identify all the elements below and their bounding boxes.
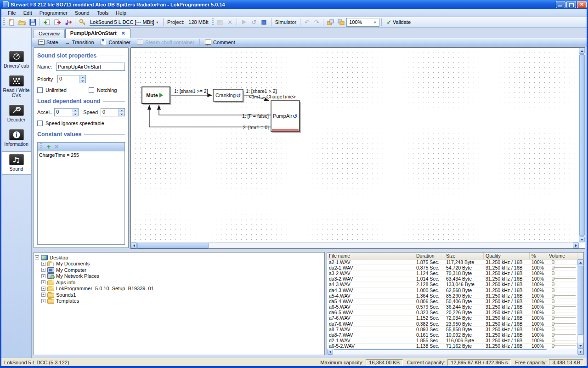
file-row[interactable]: a7-6.WAV1.152 Sec.72,034 Byte31.250 kHz … — [327, 316, 577, 321]
file-row[interactable]: da4-3.WAV1.000 Sec.62,568 Byte31.250 kHz… — [327, 288, 577, 293]
delete-constant-button[interactable]: ✕ — [54, 144, 59, 150]
minimize-button[interactable] — [556, 1, 565, 8]
slider-thumb[interactable] — [552, 322, 554, 326]
close-button[interactable]: ✕ — [577, 1, 587, 8]
slider-thumb[interactable] — [552, 277, 554, 281]
tree-item-my-computer[interactable]: +My Computer — [35, 267, 323, 273]
slider-thumb[interactable] — [552, 266, 554, 270]
expand-toggle[interactable]: + — [41, 287, 45, 291]
spin-up-icon[interactable] — [72, 109, 78, 112]
slider-thumb[interactable] — [552, 294, 554, 298]
scroll-down-arrow[interactable] — [579, 236, 585, 242]
diagram-grid[interactable]: 1: [share1 >= 2] 1: [share1 > 2] <tmr1 =… — [131, 48, 579, 242]
collapse-toggle[interactable]: − — [35, 255, 39, 259]
menu-sound[interactable]: Sound — [71, 10, 93, 16]
redo-button[interactable]: ↷ — [312, 19, 321, 26]
sidebar-item-decoder[interactable]: Decoder — [2, 103, 31, 125]
volume-slider[interactable] — [552, 260, 576, 264]
volume-slider[interactable] — [552, 339, 576, 342]
simulator-button[interactable]: Simulator — [273, 19, 298, 25]
tree-item-my-documents[interactable]: +My Documents — [35, 261, 323, 267]
expand-toggle[interactable]: + — [41, 262, 45, 266]
priority-stepper[interactable]: 0 — [57, 75, 86, 83]
file-row[interactable]: d2-1.WAV1.855 Sec.116,006 Byte31.250 kHz… — [327, 338, 577, 344]
speed-ignores-speedtable-checkbox[interactable] — [37, 121, 43, 126]
zoom-level-select[interactable]: 100% ▾ — [346, 18, 379, 27]
file-row[interactable]: a4-3.WAV2.128 Sec.133,046 Byte31.250 kHz… — [327, 282, 577, 288]
volume-slider[interactable] — [552, 310, 576, 314]
decoder-type-select[interactable]: LokSound 5 L DCC [--- MBit] ▾ — [88, 18, 161, 27]
scroll-up-arrow[interactable] — [579, 48, 585, 54]
file-row[interactable]: da3-2.WAV1.014 Sec.63,434 Byte31.250 kHz… — [327, 276, 577, 282]
spin-up-icon[interactable] — [119, 109, 124, 112]
volume-slider[interactable] — [552, 344, 576, 348]
file-row[interactable]: a5-4.WAV1.364 Sec.85,290 Byte31.250 kHz … — [327, 293, 577, 299]
table-vertical-scrollbar[interactable] — [577, 259, 583, 349]
cancel-transfer-button[interactable]: ✕ — [226, 19, 235, 26]
state-diagram-canvas[interactable]: 1: [share1 >= 2] 1: [share1 > 2] <tmr1 =… — [130, 47, 585, 249]
restore-button[interactable] — [566, 1, 576, 8]
transition-label[interactable]: 1: [F = false] — [242, 113, 269, 119]
read-decoder-button[interactable] — [42, 17, 52, 27]
file-row[interactable]: da7-6.WAV0.382 Sec.23,950 Byte31.250 kHz… — [327, 321, 577, 327]
zoom-in-button[interactable] — [336, 17, 346, 27]
slider-thumb[interactable] — [552, 260, 554, 264]
expand-toggle[interactable]: + — [41, 268, 45, 272]
file-row[interactable]: a2-1.WAV1.875 Sec.117,248 Byte31.250 kHz… — [327, 259, 577, 265]
add-transition-button[interactable]: →Transition — [62, 38, 97, 46]
tree-item-templates[interactable]: +Templates — [35, 298, 323, 305]
scroll-thumb[interactable] — [579, 54, 585, 236]
transition-label[interactable]: 2: [tmr1 = 0] — [243, 125, 269, 130]
volume-slider[interactable] — [552, 294, 576, 298]
slider-thumb[interactable] — [552, 328, 554, 331]
constant-item[interactable]: ChargeTime = 255 — [38, 151, 124, 159]
menu-help[interactable]: Help — [112, 10, 130, 16]
file-row[interactable]: da6-5.WAV0.323 Sec.20,226 Byte31.250 kHz… — [327, 310, 577, 316]
notching-checkbox[interactable] — [89, 87, 94, 93]
speed-stepper[interactable]: 0 — [101, 108, 125, 116]
column-header-volume[interactable]: Volume — [547, 253, 577, 259]
state-node-pumpair[interactable]: PumpAir ↺ — [271, 101, 301, 133]
state-node-cranking[interactable]: Cranking ↺ — [213, 89, 244, 103]
file-row[interactable]: a8-7.WAV0.893 Sec.55,858 Byte31.250 kHz … — [327, 327, 577, 332]
volume-slider[interactable] — [552, 282, 576, 286]
scroll-right-arrow[interactable] — [573, 242, 579, 248]
add-constant-button[interactable]: + — [47, 143, 51, 150]
scroll-thumb[interactable] — [137, 243, 209, 248]
loop-play-button[interactable]: ↺ — [249, 19, 259, 26]
slider-thumb[interactable] — [552, 271, 554, 275]
column-header-file-name[interactable]: File name — [327, 253, 414, 259]
expand-toggle[interactable]: + — [41, 293, 45, 297]
menu-tools[interactable]: Tools — [93, 10, 113, 16]
file-row[interactable]: da5-4.WAV0.806 Sec.50,406 Byte31.250 kHz… — [327, 299, 577, 304]
sidebar-item-information[interactable]: Information — [2, 127, 31, 150]
volume-slider[interactable] — [552, 299, 576, 303]
menu-file[interactable]: File — [4, 10, 20, 16]
volume-slider[interactable] — [552, 316, 576, 320]
scroll-right-arrow[interactable] — [577, 349, 583, 355]
column-header-duration[interactable]: Duration — [414, 253, 444, 259]
slider-thumb[interactable] — [552, 316, 554, 320]
volume-slider[interactable] — [552, 288, 576, 292]
expand-toggle[interactable]: + — [41, 299, 45, 303]
slider-thumb[interactable] — [552, 282, 554, 286]
expand-toggle[interactable]: + — [41, 280, 45, 284]
sidebar-item-read-write-cvs[interactable]: Read / Write CVs — [2, 73, 31, 101]
tree-item-alps-info[interactable]: +Alps info — [35, 279, 323, 286]
tree-item-sounds1[interactable]: +Sounds1 — [35, 292, 323, 298]
slider-thumb[interactable] — [552, 339, 554, 342]
write-sound-button[interactable] — [63, 17, 73, 27]
scroll-left-arrow[interactable] — [131, 242, 137, 248]
canvas-horizontal-scrollbar[interactable] — [131, 242, 579, 248]
sidebar-item-sound[interactable]: Sound — [2, 151, 31, 175]
scroll-thumb[interactable] — [578, 266, 583, 335]
spin-down-icon[interactable] — [79, 79, 85, 83]
column-header-quality[interactable]: Quality — [484, 253, 530, 259]
add-comment-button[interactable]: Comment — [202, 38, 238, 46]
column-header--[interactable]: % — [530, 253, 547, 259]
canvas-vertical-scrollbar[interactable] — [579, 48, 585, 242]
stop-sound-button[interactable] — [259, 17, 269, 27]
undo-button[interactable]: ↶ — [302, 19, 311, 26]
column-header-size[interactable]: Size — [444, 253, 484, 259]
spin-down-icon[interactable] — [119, 112, 124, 116]
